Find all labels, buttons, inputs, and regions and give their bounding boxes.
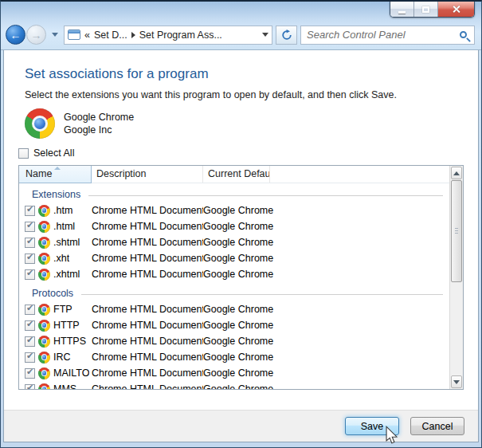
row-current-default: Google Chrome [203,320,449,331]
row-name: HTTP [53,320,80,331]
chrome-file-icon [38,367,50,379]
row-description: Chrome HTML Document [92,336,203,347]
row-name: .shtml [53,237,80,248]
maximize-icon [422,6,429,13]
scroll-up-icon [453,171,460,175]
group-label: Extensions [32,189,80,200]
maximize-button[interactable] [414,2,438,17]
row-checkbox[interactable] [25,269,35,280]
column-header-current-default[interactable]: Current Default [203,166,270,183]
row-description: Chrome HTML Document [92,205,203,216]
table-row[interactable]: .xht Chrome HTML Document Google Chrome [19,250,449,266]
program-name: Google Chrome [64,111,134,124]
scrollbar-track[interactable] [450,282,463,375]
google-chrome-icon [25,108,55,139]
chrome-file-icon [38,205,50,217]
select-all-row: Select All [18,147,464,159]
row-description: Chrome HTML Document [92,383,203,389]
row-checkbox[interactable] [25,336,35,347]
refresh-icon [281,29,292,41]
row-checkbox[interactable] [25,320,35,331]
breadcrumb-item-set-program-associations[interactable]: Set Program Ass... [139,29,222,41]
scroll-up-button[interactable] [451,167,462,179]
row-checkbox[interactable] [25,253,35,264]
save-button[interactable]: Save [345,417,399,435]
table-row[interactable]: .html Chrome HTML Document Google Chrome [19,218,449,234]
row-name: .xhtml [53,269,80,280]
scroll-down-button[interactable] [451,375,462,388]
list-body: Extensions .htm Chrome HTML Document Goo… [19,183,449,389]
content-frame: Set associations for a program Select th… [3,50,479,442]
chrome-file-icon [38,253,50,265]
row-current-default: Google Chrome [203,221,449,232]
forward-button[interactable]: → [26,25,46,45]
list-viewport: Extensions .htm Chrome HTML Document Goo… [19,183,449,389]
scrollbar-thumb[interactable] [451,180,462,282]
column-header-description[interactable]: Description [92,166,203,183]
table-row[interactable]: .htm Chrome HTML Document Google Chrome [19,202,449,218]
title-bar [1,2,481,22]
table-row[interactable]: MAILTO Chrome HTML Document Google Chrom… [19,365,449,381]
column-header-name[interactable]: Name [19,166,92,183]
row-checkbox[interactable] [25,238,35,248]
select-all-label: Select All [33,147,74,159]
breadcrumb-overflow[interactable]: « [84,29,90,41]
row-checkbox[interactable] [25,384,35,390]
row-description: Chrome HTML Document [92,253,203,264]
chrome-file-icon [38,320,50,332]
table-row[interactable]: HTTP Chrome HTML Document Google Chrome [19,317,449,333]
table-row[interactable]: MMS Chrome HTML Document Google Chrome [19,381,449,389]
row-checkbox[interactable] [25,352,35,363]
control-panel-icon [68,29,80,40]
vertical-scrollbar[interactable] [449,166,463,389]
program-info: Google Chrome Google Inc [25,108,464,139]
breadcrumb-item-set-default[interactable]: Set D... [94,29,127,41]
row-name: MMS [53,383,76,389]
table-row[interactable]: HTTPS Chrome HTML Document Google Chrome [19,333,449,349]
breadcrumb[interactable]: « Set D... Set Program Ass... [64,26,272,45]
row-current-default: Google Chrome [203,205,449,216]
chrome-file-icon [38,221,50,233]
row-checkbox[interactable] [25,206,35,216]
table-row[interactable]: .xhtml Chrome HTML Document Google Chrom… [19,266,449,282]
select-all-checkbox[interactable] [18,148,29,159]
row-name: .html [53,221,75,232]
group-header: Extensions [19,183,449,202]
program-vendor: Google Inc [64,124,134,136]
recent-pages-dropdown-icon[interactable] [52,33,58,37]
row-current-default: Google Chrome [203,383,449,389]
row-checkbox[interactable] [25,222,35,232]
group-label: Protocols [32,288,73,299]
scroll-down-icon [453,380,460,384]
forward-arrow-icon: → [31,29,42,41]
table-row[interactable]: .shtml Chrome HTML Document Google Chrom… [19,234,449,250]
chrome-file-icon [38,269,50,281]
breadcrumb-separator-icon [131,32,135,38]
window-controls [390,2,475,18]
refresh-button[interactable] [276,26,297,45]
search-icon[interactable] [460,31,467,38]
close-button[interactable] [438,2,474,17]
row-checkbox[interactable] [25,305,35,315]
row-checkbox[interactable] [25,368,35,379]
cancel-button[interactable]: Cancel [410,417,464,435]
row-name: .htm [53,205,72,216]
back-button[interactable]: ← [6,25,25,45]
table-row[interactable]: FTP Chrome HTML Document Google Chrome [19,301,449,317]
row-current-default: Google Chrome [203,367,449,379]
minimize-icon [398,11,406,14]
row-name: FTP [53,304,72,315]
navigation-bar: ← → « Set D... Set Program Ass... [1,22,481,50]
minimize-button[interactable] [390,2,414,17]
window: ← → « Set D... Set Program Ass... Set as… [0,0,482,448]
search-input[interactable] [307,29,460,41]
breadcrumb-dropdown-icon[interactable] [262,33,268,37]
table-row[interactable]: IRC Chrome HTML Document Google Chrome [19,349,449,365]
row-description: Chrome HTML Document [92,320,203,331]
page-content: Set associations for a program Select th… [4,50,478,410]
associations-list: Name Description Current Default Extensi… [18,165,464,390]
row-name: .xht [53,253,69,264]
page-subtitle: Select the extensions you want this prog… [25,89,464,100]
footer-bar: Save Cancel [4,410,478,442]
chrome-file-icon [38,237,50,249]
